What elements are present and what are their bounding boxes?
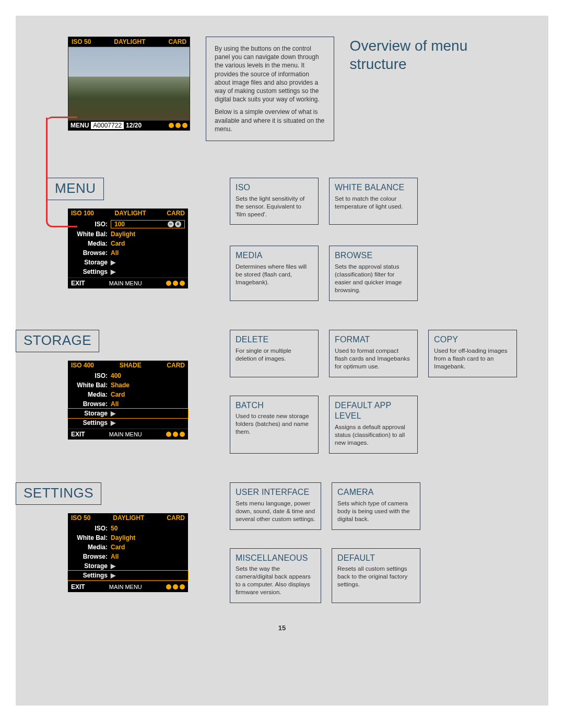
settings-row-wb-label: White Bal:: [71, 534, 108, 541]
card-camera-head: CAMERA: [337, 487, 415, 498]
settings-row-browse: Browse:All: [68, 552, 188, 561]
approval-dots-icon: [166, 281, 185, 286]
chevron-right-icon: ▶: [111, 419, 185, 426]
menu-lcd-wb: DAYLIGHT: [115, 210, 146, 217]
menu-row-media-label: Media:: [71, 240, 108, 247]
card-misc-desc: Sets the way the camera/digital back app…: [236, 565, 315, 596]
settings-row-settings-label: Settings: [71, 572, 108, 579]
card-media-head: MEDIA: [236, 250, 313, 261]
chevron-right-icon: ▶: [111, 410, 185, 417]
menu-lcd-media: CARD: [167, 210, 185, 217]
plus-minus-icon: −+: [168, 221, 181, 227]
menu-lcd: ISO 100 DAYLIGHT CARD ISO: 100 −+ White …: [68, 209, 188, 288]
lcd-iso: ISO 50: [72, 38, 91, 45]
card-delete-desc: For single or multiple deletion of image…: [236, 347, 313, 363]
settings-row-browse-label: Browse:: [71, 553, 108, 560]
card-copy-head: COPY: [434, 334, 511, 345]
menu-row-storage-label: Storage: [71, 259, 108, 266]
settings-row-storage-label: Storage: [71, 562, 108, 570]
menu-row-iso: ISO: 100 −+: [68, 219, 188, 229]
storage-row-media: Media:Card: [68, 390, 188, 399]
card-dal-head: DEFAULT APP LEVEL: [335, 400, 412, 422]
menu-row-settings-label: Settings: [71, 268, 108, 275]
card-batch-desc: Used to create new storage folders (batc…: [236, 412, 313, 436]
lcd-image: [68, 47, 190, 121]
lcd-footer: MENU A0007722 12/20: [68, 121, 190, 130]
settings-lcd-media: CARD: [167, 514, 185, 522]
card-media: MEDIA Determines where files will be sto…: [230, 246, 319, 301]
lcd-file-id: A0007722: [91, 122, 124, 129]
card-format-head: FORMAT: [335, 334, 412, 345]
menu-row-wb-value: Daylight: [111, 230, 185, 238]
page-title: Overview of menu structure: [350, 37, 517, 73]
menu-row-iso-value: 100: [114, 221, 125, 228]
card-default-head: DEFAULT: [337, 553, 415, 564]
card-camera: CAMERA Sets which type of camera body is…: [332, 482, 420, 530]
settings-row-browse-value: All: [111, 553, 185, 560]
storage-row-iso: ISO:400: [68, 371, 188, 380]
lcd-media: CARD: [168, 38, 186, 45]
storage-lcd-exit: EXIT: [71, 431, 85, 438]
card-wb-desc: Set to match the colour temperature of l…: [335, 195, 412, 211]
storage-row-media-value: Card: [111, 391, 185, 398]
storage-row-browse: Browse:All: [68, 399, 188, 409]
lcd-counter: 12/20: [126, 122, 142, 129]
settings-row-iso-value: 50: [111, 525, 185, 532]
card-user-interface: USER INTERFACE Sets menu language, power…: [230, 482, 321, 530]
card-iso-desc: Sets the light sensitivity of the sensor…: [236, 195, 313, 218]
storage-row-wb: White Bal:Shade: [68, 380, 188, 390]
lcd-wb: DAYLIGHT: [114, 38, 145, 45]
menu-row-media-value: Card: [111, 240, 185, 247]
storage-row-settings: Settings▶: [68, 418, 188, 427]
settings-row-media-value: Card: [111, 544, 185, 551]
card-default-app-level: DEFAULT APP LEVEL Assigns a default appr…: [329, 396, 418, 454]
menu-row-media: Media: Card: [68, 239, 188, 248]
menu-row-browse-value: All: [111, 249, 185, 257]
storage-row-browse-label: Browse:: [71, 400, 108, 408]
storage-row-browse-value: All: [111, 400, 185, 408]
settings-row-wb-value: Daylight: [111, 534, 185, 541]
connector-main: [46, 118, 77, 227]
intro-text-box: By using the buttons on the control pane…: [206, 37, 334, 141]
card-white-balance: WHITE BALANCE Set to match the colour te…: [329, 178, 418, 225]
settings-row-iso: ISO:50: [68, 524, 188, 533]
storage-row-wb-value: Shade: [111, 382, 185, 389]
storage-row-settings-label: Settings: [71, 419, 108, 426]
card-default-desc: Resets all custom settings back to the o…: [337, 565, 415, 588]
chevron-right-icon: ▶: [111, 268, 185, 275]
storage-lcd-wb: SHADE: [120, 362, 142, 369]
card-delete: DELETE For single or multiple deletion o…: [230, 330, 319, 377]
card-format-desc: Used to format compact flash cards and I…: [335, 347, 412, 371]
intro-p1: By using the buttons on the control pane…: [215, 44, 325, 103]
menu-row-wb: White Bal: Daylight: [68, 229, 188, 239]
storage-lcd-footer: MAIN MENU: [85, 431, 166, 437]
settings-section: SETTINGS ISO 50 DAYLIGHT CARD ISO:50 Whi…: [47, 482, 517, 603]
chevron-right-icon: ▶: [111, 562, 185, 570]
settings-row-storage: Storage▶: [68, 561, 188, 571]
settings-lcd: ISO 50 DAYLIGHT CARD ISO:50 White Bal:Da…: [68, 513, 188, 592]
card-format: FORMAT Used to format compact flash card…: [329, 330, 418, 377]
settings-row-settings: Settings▶: [68, 571, 188, 580]
menu-row-browse: Browse: All: [68, 248, 188, 258]
card-batch-head: BATCH: [236, 400, 313, 411]
card-copy: COPY Used for off-loading images from a …: [428, 330, 517, 377]
approval-dots-icon: [166, 584, 185, 590]
card-delete-head: DELETE: [236, 334, 313, 345]
card-browse-desc: Sets the approval status (classification…: [335, 263, 412, 294]
settings-row-wb: White Bal:Daylight: [68, 533, 188, 542]
settings-row-media-label: Media:: [71, 544, 108, 551]
card-default: DEFAULT Resets all custom settings back …: [332, 548, 420, 604]
card-browse: BROWSE Sets the approval status (classif…: [329, 246, 418, 301]
card-iso: ISO Sets the light sensitivity of the se…: [230, 178, 319, 225]
page: ISO 50 DAYLIGHT CARD MENU A0007722 12/20…: [16, 16, 548, 706]
card-browse-head: BROWSE: [335, 250, 412, 261]
card-ui-desc: Sets menu language, power down, sound, d…: [236, 500, 315, 523]
storage-lcd-iso: ISO 400: [71, 362, 94, 369]
storage-section-title: STORAGE: [16, 330, 99, 352]
card-iso-head: ISO: [236, 182, 313, 193]
menu-row-browse-label: Browse:: [71, 249, 108, 257]
settings-lcd-wb: DAYLIGHT: [113, 514, 144, 522]
card-camera-desc: Sets which type of camera body is being …: [337, 500, 415, 523]
storage-row-media-label: Media:: [71, 391, 108, 398]
card-copy-desc: Used for off-loading images from a flash…: [434, 347, 511, 371]
